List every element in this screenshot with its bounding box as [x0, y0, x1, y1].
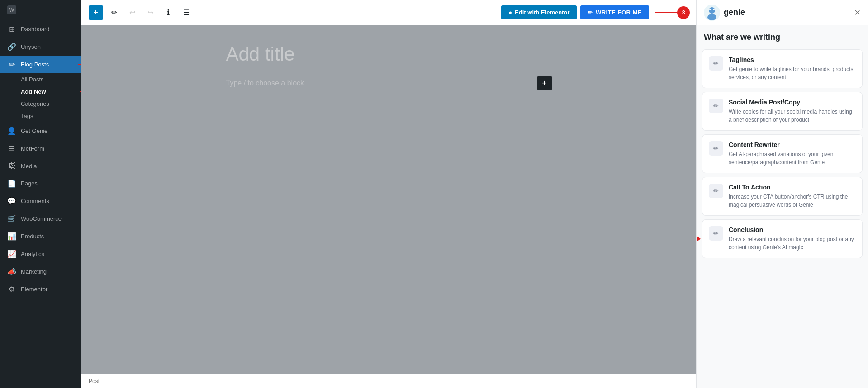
- edit-with-elementor-button[interactable]: ● Edit with Elementor: [501, 5, 577, 19]
- wp-logo: W: [0, 0, 81, 20]
- social-media-content: Social Media Post/Copy Write copies for …: [729, 99, 856, 124]
- blog-posts-submenu: All Posts Add New 2. Categories Tags: [0, 73, 81, 122]
- sidebar: W ⊞ Dashboard 🔗 Unyson ✏ Blog Posts 1. A…: [0, 0, 81, 388]
- marketing-icon: 📣: [7, 267, 16, 276]
- edit-icon-button[interactable]: ✏: [107, 5, 121, 20]
- sidebar-item-label: Get Genie: [21, 128, 47, 134]
- undo-icon: ↩: [129, 8, 135, 17]
- write-icon: ✏: [588, 9, 593, 16]
- bottom-bar: Post: [81, 374, 696, 388]
- add-block-plus-icon: +: [542, 79, 547, 88]
- sidebar-item-comments[interactable]: 💬 Comments: [0, 192, 81, 210]
- plus-icon: +: [94, 8, 99, 17]
- sidebar-item-dashboard[interactable]: ⊞ Dashboard: [0, 20, 81, 38]
- submenu-add-new[interactable]: Add New: [0, 85, 81, 98]
- products-icon: 📊: [7, 232, 16, 241]
- sidebar-item-label: Dashboard: [21, 26, 50, 33]
- genie-item-content-rewriter[interactable]: ✏ Content Rewriter Get AI-paraphrased va…: [702, 134, 863, 173]
- elementor-btn-icon: ●: [508, 9, 512, 16]
- genie-header: genie ✕: [697, 0, 868, 25]
- block-placeholder[interactable]: Type / to choose a block +: [226, 76, 552, 90]
- sidebar-item-label: MetForm: [21, 145, 44, 152]
- social-media-desc: Write copies for all your social media h…: [729, 108, 856, 124]
- genie-item-taglines[interactable]: ✏ Taglines Get genie to write taglines f…: [702, 49, 863, 88]
- svg-point-3: [709, 9, 711, 10]
- write-for-me-label: WRITE FOR ME: [596, 9, 642, 16]
- add-block-button[interactable]: +: [537, 76, 552, 90]
- get-genie-icon: 👤: [7, 127, 16, 135]
- sidebar-item-woocommerce[interactable]: 🛒 WooCommerce: [0, 210, 81, 227]
- annotation-3: 3: [677, 6, 690, 19]
- social-media-title: Social Media Post/Copy: [729, 99, 856, 106]
- sidebar-item-label: Blog Posts: [21, 61, 49, 68]
- conclusion-desc: Draw a relevant conclusion for your blog…: [729, 235, 856, 251]
- sidebar-item-marketing[interactable]: 📣 Marketing: [0, 263, 81, 280]
- sidebar-item-get-genie[interactable]: 👤 Get Genie: [0, 122, 81, 140]
- pages-icon: 📄: [7, 179, 16, 188]
- call-to-action-content: Call To Action Increase your CTA button/…: [729, 184, 856, 209]
- pencil-icon: ✏: [111, 8, 117, 17]
- sidebar-item-label: Unyson: [21, 43, 41, 50]
- submenu-all-posts[interactable]: All Posts: [0, 73, 81, 85]
- info-icon: ℹ: [167, 8, 170, 17]
- genie-item-social-media[interactable]: ✏ Social Media Post/Copy Write copies fo…: [702, 92, 863, 131]
- conclusion-icon: ✏: [709, 226, 723, 241]
- info-button[interactable]: ℹ: [161, 5, 175, 20]
- post-label: Post: [89, 378, 100, 384]
- genie-avatar-icon: [704, 5, 720, 21]
- woocommerce-icon: 🛒: [7, 214, 16, 223]
- main-content: + ✏ ↩ ↪ ℹ ☰ ● Edit with Elementor ✏ WRIT…: [81, 0, 696, 388]
- taglines-title: Taglines: [729, 56, 856, 63]
- sidebar-item-analytics[interactable]: 📈 Analytics: [0, 245, 81, 263]
- editor-content: Add title Type / to choose a block +: [226, 43, 552, 90]
- svg-point-4: [713, 9, 715, 10]
- menu-icon: ☰: [183, 8, 190, 17]
- genie-item-conclusion[interactable]: ✏ Conclusion Draw a relevant conclusion …: [702, 219, 863, 258]
- editor-area[interactable]: Add title Type / to choose a block +: [81, 25, 696, 374]
- sidebar-item-media[interactable]: 🖼 Media: [0, 157, 81, 175]
- sidebar-item-metform[interactable]: ☰ MetForm: [0, 140, 81, 157]
- svg-point-2: [707, 14, 716, 20]
- genie-item-call-to-action[interactable]: ✏ Call To Action Increase your CTA butto…: [702, 177, 863, 216]
- genie-panel-heading: What are we writing: [697, 25, 868, 46]
- elementor-icon: ⚙: [7, 285, 16, 293]
- sidebar-item-blog-posts[interactable]: ✏ Blog Posts 1.: [0, 56, 81, 73]
- dashboard-icon: ⊞: [7, 25, 16, 33]
- menu-button[interactable]: ☰: [179, 5, 194, 20]
- sidebar-item-label: Marketing: [21, 268, 47, 275]
- genie-items-list: ✏ Taglines Get genie to write taglines f…: [697, 46, 868, 388]
- undo-button[interactable]: ↩: [125, 5, 139, 20]
- comments-icon: 💬: [7, 197, 16, 205]
- title-placeholder[interactable]: Add title: [226, 43, 552, 65]
- content-rewriter-desc: Get AI-paraphrased variations of your gi…: [729, 150, 856, 166]
- sidebar-item-pages[interactable]: 📄 Pages: [0, 175, 81, 192]
- write-for-me-button[interactable]: ✏ WRITE FOR ME: [580, 5, 649, 19]
- call-to-action-desc: Increase your CTA button/anchor's CTR us…: [729, 193, 856, 209]
- elementor-btn-label: Edit with Elementor: [515, 9, 569, 16]
- sidebar-item-unyson[interactable]: 🔗 Unyson: [0, 38, 81, 56]
- submenu-tags[interactable]: Tags: [0, 110, 81, 122]
- add-block-toolbar-button[interactable]: +: [89, 5, 103, 20]
- editor-toolbar: + ✏ ↩ ↪ ℹ ☰ ● Edit with Elementor ✏ WRIT…: [81, 0, 696, 25]
- wp-logo-icon: W: [7, 5, 16, 14]
- call-to-action-title: Call To Action: [729, 184, 856, 191]
- redo-icon: ↪: [147, 8, 153, 17]
- sidebar-item-label: Pages: [21, 180, 38, 187]
- metform-icon: ☰: [7, 144, 16, 153]
- sidebar-item-elementor[interactable]: ⚙ Elementor: [0, 280, 81, 298]
- sidebar-item-label: Comments: [21, 198, 49, 204]
- genie-close-button[interactable]: ✕: [854, 8, 861, 18]
- conclusion-content: Conclusion Draw a relevant conclusion fo…: [729, 226, 856, 251]
- analytics-icon: 📈: [7, 250, 16, 258]
- media-icon: 🖼: [7, 162, 16, 170]
- redo-button[interactable]: ↪: [143, 5, 157, 20]
- submenu-categories[interactable]: Categories: [0, 98, 81, 110]
- sidebar-item-label: WooCommerce: [21, 215, 62, 222]
- taglines-content: Taglines Get genie to write taglines for…: [729, 56, 856, 81]
- sidebar-item-products[interactable]: 📊 Products: [0, 227, 81, 245]
- content-rewriter-icon: ✏: [709, 141, 723, 156]
- sidebar-item-label: Media: [21, 163, 37, 170]
- blog-posts-icon: ✏: [7, 60, 16, 69]
- sidebar-item-label: Products: [21, 233, 44, 240]
- content-rewriter-content: Content Rewriter Get AI-paraphrased vari…: [729, 141, 856, 166]
